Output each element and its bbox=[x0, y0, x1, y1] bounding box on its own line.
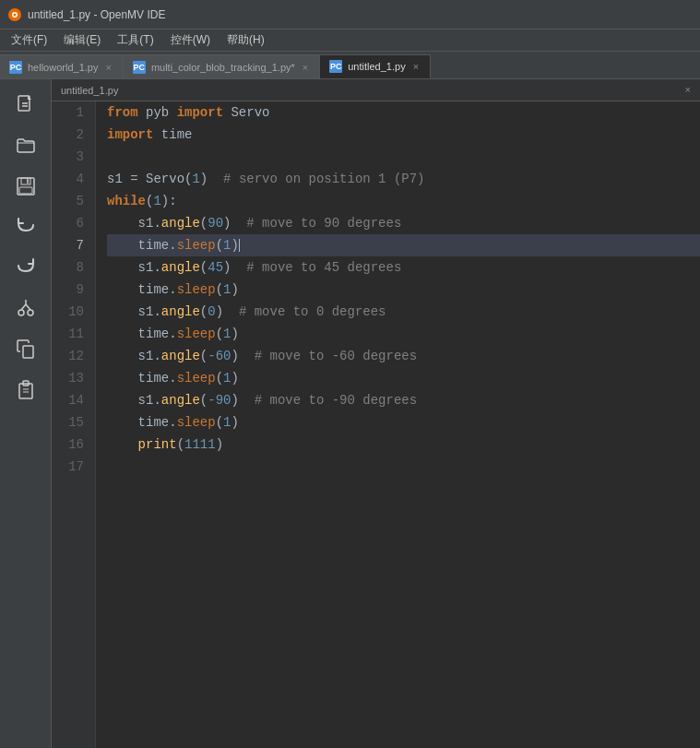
open-file-button[interactable] bbox=[7, 127, 44, 164]
file-path: untitled_1.py bbox=[61, 85, 118, 96]
code-content[interactable]: 1 2 3 4 5 6 7 8 9 10 11 12 13 14 15 16 1… bbox=[52, 101, 700, 748]
line-num-5: 5 bbox=[52, 190, 84, 212]
line-num-8: 8 bbox=[52, 256, 84, 279]
file-path-close[interactable]: × bbox=[684, 85, 691, 96]
line-num-11: 11 bbox=[52, 323, 84, 345]
save-file-button[interactable] bbox=[7, 168, 44, 205]
tab-label-multicolor: multi_color_blob_tracking_1.py* bbox=[151, 62, 295, 73]
code-line-1: from pyb import Servo bbox=[107, 101, 700, 124]
file-path-bar: untitled_1.py × bbox=[52, 79, 700, 101]
svg-rect-8 bbox=[19, 187, 32, 194]
title-bar: untitled_1.py - OpenMV IDE bbox=[0, 0, 700, 30]
svg-rect-7 bbox=[21, 178, 30, 184]
code-line-7: time.sleep(1) bbox=[107, 234, 700, 256]
svg-line-12 bbox=[21, 304, 26, 310]
line-num-17: 17 bbox=[52, 456, 84, 478]
line-num-4: 4 bbox=[52, 168, 84, 190]
svg-rect-15 bbox=[23, 346, 33, 358]
line-num-13: 13 bbox=[52, 367, 84, 389]
menu-controls[interactable]: 控件(W) bbox=[163, 30, 218, 50]
code-line-8: s1.angle(45) # move to 45 degrees bbox=[107, 256, 700, 279]
tab-label-untitled: untitled_1.py bbox=[348, 61, 405, 72]
tab-icon-multicolor: PC bbox=[133, 61, 146, 74]
code-line-11: time.sleep(1) bbox=[107, 323, 700, 345]
code-line-6: s1.angle(90) # move to 90 degrees bbox=[107, 212, 700, 234]
code-line-3 bbox=[107, 146, 700, 168]
code-line-10: s1.angle(0) # move to 0 degrees bbox=[107, 301, 700, 323]
code-line-2: import time bbox=[107, 124, 700, 146]
tab-helloworld[interactable]: PC helloworld_1.py × bbox=[0, 54, 124, 78]
line-num-6: 6 bbox=[52, 212, 84, 234]
svg-rect-6 bbox=[18, 178, 34, 195]
cut-button[interactable] bbox=[7, 290, 44, 327]
code-editor: untitled_1.py × 1 2 3 4 5 6 7 8 9 10 11 … bbox=[52, 79, 700, 748]
line-num-2: 2 bbox=[52, 124, 84, 146]
line-num-3: 3 bbox=[52, 146, 84, 168]
code-line-9: time.sleep(1) bbox=[107, 279, 700, 301]
line-num-12: 12 bbox=[52, 345, 84, 367]
code-line-17 bbox=[107, 456, 700, 478]
tab-close-helloworld[interactable]: × bbox=[103, 61, 113, 74]
app-icon bbox=[7, 7, 22, 22]
line-num-10: 10 bbox=[52, 301, 84, 323]
paste-button[interactable] bbox=[7, 371, 44, 408]
svg-line-13 bbox=[26, 304, 30, 310]
svg-point-11 bbox=[28, 310, 33, 315]
undo-button[interactable] bbox=[7, 208, 44, 245]
code-line-13: time.sleep(1) bbox=[107, 367, 700, 389]
menu-file[interactable]: 文件(F) bbox=[4, 30, 54, 50]
code-lines[interactable]: from pyb import Servo import time s1 = S… bbox=[96, 101, 700, 748]
tab-close-untitled[interactable]: × bbox=[411, 60, 421, 73]
line-numbers: 1 2 3 4 5 6 7 8 9 10 11 12 13 14 15 16 1… bbox=[52, 101, 96, 748]
menu-edit[interactable]: 编辑(E) bbox=[56, 30, 108, 50]
window-title: untitled_1.py - OpenMV IDE bbox=[28, 8, 165, 21]
new-file-button[interactable] bbox=[7, 87, 44, 124]
toolbar bbox=[0, 79, 52, 748]
line-num-1: 1 bbox=[52, 101, 84, 124]
line-num-14: 14 bbox=[52, 389, 84, 411]
tab-icon-helloworld: PC bbox=[9, 61, 22, 74]
code-line-12: s1.angle(-60) # move to -60 degrees bbox=[107, 345, 700, 367]
editor-container: untitled_1.py × 1 2 3 4 5 6 7 8 9 10 11 … bbox=[0, 79, 700, 748]
copy-button[interactable] bbox=[7, 330, 44, 367]
svg-point-2 bbox=[14, 13, 17, 16]
line-num-9: 9 bbox=[52, 279, 84, 301]
redo-button[interactable] bbox=[7, 249, 44, 286]
tab-close-multicolor[interactable]: × bbox=[301, 61, 310, 74]
menu-bar: 文件(F) 编辑(E) 工具(T) 控件(W) 帮助(H) bbox=[0, 30, 700, 52]
code-line-16: print(1111) bbox=[107, 433, 700, 456]
tab-icon-untitled: PC bbox=[329, 60, 342, 73]
tab-untitled[interactable]: PC untitled_1.py × bbox=[320, 54, 431, 78]
svg-point-10 bbox=[18, 310, 24, 315]
code-line-14: s1.angle(-90) # move to -90 degrees bbox=[107, 389, 700, 411]
menu-tools[interactable]: 工具(T) bbox=[110, 30, 160, 50]
line-num-16: 16 bbox=[52, 433, 84, 456]
tab-label-helloworld: helloworld_1.py bbox=[28, 62, 98, 73]
line-num-7: 7 bbox=[52, 234, 84, 256]
code-line-15: time.sleep(1) bbox=[107, 411, 700, 433]
line-num-15: 15 bbox=[52, 411, 84, 433]
code-line-5: while(1): bbox=[107, 190, 700, 212]
code-line-4: s1 = Servo(1) # servo on position 1 (P7) bbox=[107, 168, 700, 190]
tab-multicolor[interactable]: PC multi_color_blob_tracking_1.py* × bbox=[124, 54, 320, 78]
tab-bar: PC helloworld_1.py × PC multi_color_blob… bbox=[0, 52, 700, 79]
menu-help[interactable]: 帮助(H) bbox=[219, 30, 272, 50]
